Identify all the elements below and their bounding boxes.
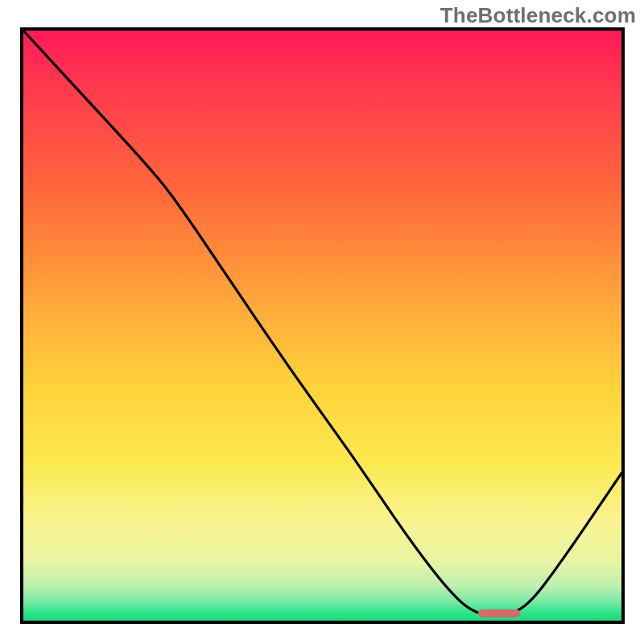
optimal-marker (478, 609, 520, 617)
bottleneck-curve-path (23, 31, 621, 615)
curve-svg (23, 31, 621, 621)
watermark-text: TheBottleneck.com (440, 3, 636, 28)
plot-area (23, 31, 621, 621)
bottleneck-chart: TheBottleneck.com (0, 0, 644, 644)
plot-frame (20, 27, 625, 624)
